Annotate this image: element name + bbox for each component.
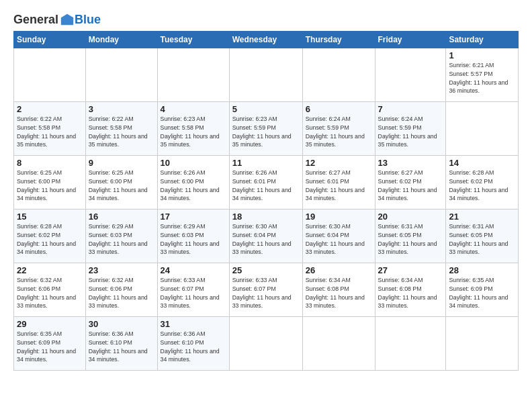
day-number: 13 xyxy=(378,158,443,168)
day-info: Sunrise: 6:27 AMSunset: 6:02 PMDaylight:… xyxy=(378,169,443,203)
day-info: Sunrise: 6:25 AMSunset: 6:00 PMDaylight:… xyxy=(89,169,154,203)
day-info: Sunrise: 6:24 AMSunset: 5:59 PMDaylight:… xyxy=(306,115,372,149)
calendar-day-cell: 15Sunrise: 6:28 AMSunset: 6:02 PMDayligh… xyxy=(14,210,86,263)
day-number: 16 xyxy=(89,212,154,222)
calendar-header-cell: Saturday xyxy=(446,32,519,48)
calendar-day-cell: 16Sunrise: 6:29 AMSunset: 6:03 PMDayligh… xyxy=(85,210,157,263)
day-info: Sunrise: 6:36 AMSunset: 6:10 PMDaylight:… xyxy=(89,330,154,364)
calendar-day-cell: 31Sunrise: 6:36 AMSunset: 6:10 PMDayligh… xyxy=(157,317,229,371)
calendar-header-row: SundayMondayTuesdayWednesdayThursdayFrid… xyxy=(14,32,519,48)
day-info: Sunrise: 6:26 AMSunset: 6:01 PMDaylight:… xyxy=(232,169,300,203)
calendar-day-cell: 2Sunrise: 6:22 AMSunset: 5:58 PMDaylight… xyxy=(14,102,86,156)
day-info: Sunrise: 6:23 AMSunset: 5:59 PMDaylight:… xyxy=(232,115,300,149)
logo-blue: Blue xyxy=(75,13,101,27)
day-info: Sunrise: 6:34 AMSunset: 6:08 PMDaylight:… xyxy=(378,276,443,310)
calendar-day-cell xyxy=(302,48,375,102)
day-number: 21 xyxy=(449,212,515,222)
day-number: 31 xyxy=(161,319,226,329)
calendar-day-cell: 26Sunrise: 6:34 AMSunset: 6:08 PMDayligh… xyxy=(302,263,375,317)
day-info: Sunrise: 6:27 AMSunset: 6:01 PMDaylight:… xyxy=(306,169,372,203)
day-number: 17 xyxy=(161,212,226,222)
calendar-header-cell: Friday xyxy=(375,32,446,48)
day-info: Sunrise: 6:30 AMSunset: 6:04 PMDaylight:… xyxy=(232,222,300,257)
day-info: Sunrise: 6:34 AMSunset: 6:08 PMDaylight:… xyxy=(306,276,372,310)
day-number: 12 xyxy=(306,158,372,168)
header: General Blue xyxy=(13,12,519,27)
calendar-day-cell: 7Sunrise: 6:24 AMSunset: 5:59 PMDaylight… xyxy=(375,102,446,156)
calendar-day-cell: 19Sunrise: 6:30 AMSunset: 6:04 PMDayligh… xyxy=(302,210,375,263)
day-number: 3 xyxy=(89,104,154,114)
calendar-day-cell xyxy=(14,48,86,102)
calendar-week-row: 29Sunrise: 6:35 AMSunset: 6:09 PMDayligh… xyxy=(14,317,519,371)
day-info: Sunrise: 6:22 AMSunset: 5:58 PMDaylight:… xyxy=(89,115,154,149)
day-info: Sunrise: 6:35 AMSunset: 6:09 PMDaylight:… xyxy=(449,276,515,310)
calendar-day-cell: 13Sunrise: 6:27 AMSunset: 6:02 PMDayligh… xyxy=(375,156,446,210)
day-number: 7 xyxy=(378,104,443,114)
calendar-day-cell: 29Sunrise: 6:35 AMSunset: 6:09 PMDayligh… xyxy=(14,317,86,371)
calendar-day-cell xyxy=(157,48,229,102)
day-info: Sunrise: 6:29 AMSunset: 6:03 PMDaylight:… xyxy=(89,222,154,257)
calendar-day-cell: 9Sunrise: 6:25 AMSunset: 6:00 PMDaylight… xyxy=(85,156,157,210)
day-info: Sunrise: 6:22 AMSunset: 5:58 PMDaylight:… xyxy=(17,115,83,149)
day-number: 10 xyxy=(161,158,226,168)
calendar-table: SundayMondayTuesdayWednesdayThursdayFrid… xyxy=(13,31,519,371)
calendar-body: 1Sunrise: 6:21 AMSunset: 5:57 PMDaylight… xyxy=(14,48,519,371)
day-number: 19 xyxy=(306,212,372,222)
day-info: Sunrise: 6:30 AMSunset: 6:04 PMDaylight:… xyxy=(306,222,372,257)
calendar-day-cell xyxy=(229,317,302,371)
day-info: Sunrise: 6:28 AMSunset: 6:02 PMDaylight:… xyxy=(17,222,83,257)
day-info: Sunrise: 6:21 AMSunset: 5:57 PMDaylight:… xyxy=(449,61,515,95)
day-number: 28 xyxy=(449,265,515,275)
calendar-week-row: 22Sunrise: 6:32 AMSunset: 6:06 PMDayligh… xyxy=(14,263,519,317)
day-info: Sunrise: 6:36 AMSunset: 6:10 PMDaylight:… xyxy=(161,330,226,364)
day-info: Sunrise: 6:26 AMSunset: 6:00 PMDaylight:… xyxy=(161,169,226,203)
calendar-week-row: 1Sunrise: 6:21 AMSunset: 5:57 PMDaylight… xyxy=(14,48,519,102)
day-number: 18 xyxy=(232,212,300,222)
day-info: Sunrise: 6:35 AMSunset: 6:09 PMDaylight:… xyxy=(17,330,83,364)
day-info: Sunrise: 6:31 AMSunset: 6:05 PMDaylight:… xyxy=(378,222,443,257)
calendar-day-cell: 21Sunrise: 6:31 AMSunset: 6:05 PMDayligh… xyxy=(446,210,519,263)
calendar-day-cell: 22Sunrise: 6:32 AMSunset: 6:06 PMDayligh… xyxy=(14,263,86,317)
day-info: Sunrise: 6:28 AMSunset: 6:02 PMDaylight:… xyxy=(449,169,515,203)
day-number: 11 xyxy=(232,158,300,168)
logo-general: General xyxy=(13,13,58,27)
calendar-day-cell xyxy=(302,317,375,371)
logo: General Blue xyxy=(13,12,101,27)
calendar-day-cell: 4Sunrise: 6:23 AMSunset: 5:58 PMDaylight… xyxy=(157,102,229,156)
day-info: Sunrise: 6:25 AMSunset: 6:00 PMDaylight:… xyxy=(17,169,83,203)
day-info: Sunrise: 6:32 AMSunset: 6:06 PMDaylight:… xyxy=(89,276,154,310)
calendar-header-cell: Sunday xyxy=(14,32,86,48)
day-info: Sunrise: 6:32 AMSunset: 6:06 PMDaylight:… xyxy=(17,276,83,310)
day-number: 5 xyxy=(232,104,300,114)
calendar-header-cell: Thursday xyxy=(302,32,375,48)
day-number: 24 xyxy=(161,265,226,275)
calendar-header-cell: Monday xyxy=(85,32,157,48)
calendar-day-cell: 6Sunrise: 6:24 AMSunset: 5:59 PMDaylight… xyxy=(302,102,375,156)
calendar-day-cell: 1Sunrise: 6:21 AMSunset: 5:57 PMDaylight… xyxy=(446,48,519,102)
calendar-day-cell: 20Sunrise: 6:31 AMSunset: 6:05 PMDayligh… xyxy=(375,210,446,263)
day-info: Sunrise: 6:31 AMSunset: 6:05 PMDaylight:… xyxy=(449,222,515,257)
day-number: 22 xyxy=(17,265,83,275)
calendar-day-cell: 5Sunrise: 6:23 AMSunset: 5:59 PMDaylight… xyxy=(229,102,302,156)
logo-icon xyxy=(60,12,75,27)
calendar-day-cell: 8Sunrise: 6:25 AMSunset: 6:00 PMDaylight… xyxy=(14,156,86,210)
day-info: Sunrise: 6:24 AMSunset: 5:59 PMDaylight:… xyxy=(378,115,443,149)
calendar-day-cell: 14Sunrise: 6:28 AMSunset: 6:02 PMDayligh… xyxy=(446,156,519,210)
day-number: 14 xyxy=(449,158,515,168)
calendar-header-cell: Wednesday xyxy=(229,32,302,48)
day-number: 2 xyxy=(17,104,83,114)
calendar-day-cell xyxy=(446,102,519,156)
calendar-day-cell xyxy=(446,317,519,371)
day-info: Sunrise: 6:33 AMSunset: 6:07 PMDaylight:… xyxy=(161,276,226,310)
day-info: Sunrise: 6:23 AMSunset: 5:58 PMDaylight:… xyxy=(161,115,226,149)
day-number: 29 xyxy=(17,319,83,329)
calendar-day-cell: 24Sunrise: 6:33 AMSunset: 6:07 PMDayligh… xyxy=(157,263,229,317)
calendar-day-cell: 11Sunrise: 6:26 AMSunset: 6:01 PMDayligh… xyxy=(229,156,302,210)
calendar-day-cell xyxy=(85,48,157,102)
calendar-day-cell: 28Sunrise: 6:35 AMSunset: 6:09 PMDayligh… xyxy=(446,263,519,317)
calendar-day-cell: 27Sunrise: 6:34 AMSunset: 6:08 PMDayligh… xyxy=(375,263,446,317)
day-number: 23 xyxy=(89,265,154,275)
day-number: 15 xyxy=(17,212,83,222)
day-number: 9 xyxy=(89,158,154,168)
calendar-week-row: 2Sunrise: 6:22 AMSunset: 5:58 PMDaylight… xyxy=(14,102,519,156)
